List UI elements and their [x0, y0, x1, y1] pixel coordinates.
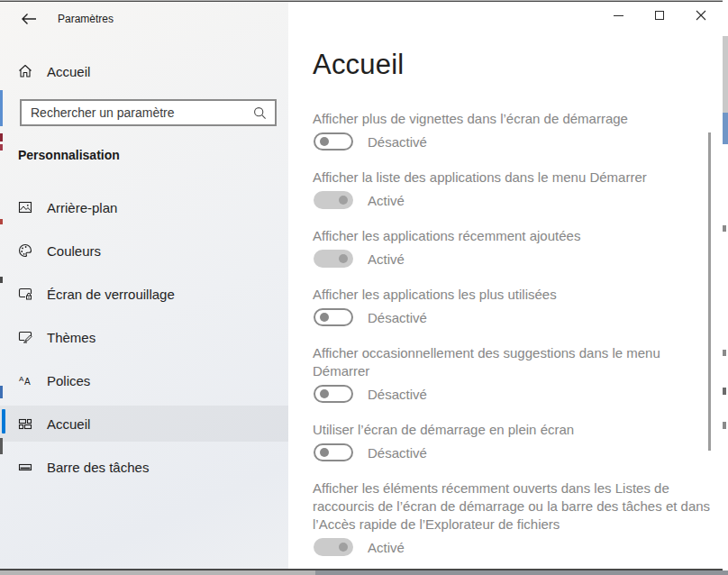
settings-window: Paramètres Accueil Personnalisation Arri… — [0, 1, 723, 570]
background-window-titlebar-fragment — [723, 113, 728, 144]
themes-icon — [18, 330, 32, 344]
maximize-button[interactable] — [639, 2, 680, 29]
toggle-state-label: Activé — [368, 540, 405, 555]
sidebar: Paramètres Accueil Personnalisation Arri… — [0, 2, 288, 569]
toggle-state-label: Désactivé — [368, 310, 427, 325]
toggle-knob — [320, 389, 329, 398]
toggle-switch[interactable] — [314, 385, 353, 403]
sidebar-item-themes[interactable]: Thèmes — [0, 319, 288, 355]
window-controls — [597, 2, 722, 29]
setting-label: Afficher les éléments récemment ouverts … — [313, 479, 720, 534]
setting-fullscreen-start: Utiliser l’écran de démarrage en plein é… — [313, 421, 723, 461]
fonts-icon: AA — [18, 373, 32, 388]
sidebar-item-label: Arrière-plan — [47, 200, 117, 215]
toggle-knob — [320, 313, 329, 322]
sidebar-item-label: Accueil — [47, 416, 90, 432]
setting-show-recent-jumplists: Afficher les éléments récemment ouverts … — [313, 479, 723, 556]
setting-label: Afficher la liste des applications dans … — [313, 169, 720, 187]
main-content: Accueil Afficher plus de vignettes dans … — [288, 2, 723, 569]
toggle-knob — [339, 196, 348, 205]
sidebar-item-lock-screen[interactable]: Écran de verrouillage — [0, 276, 288, 312]
svg-text:A: A — [24, 377, 31, 387]
sidebar-section-header: Personnalisation — [18, 148, 120, 162]
sidebar-item-taskbar[interactable]: Barre des tâches — [0, 449, 288, 485]
setting-label: Afficher les applications les plus utili… — [313, 286, 720, 304]
close-icon — [696, 10, 706, 21]
taskbar-icon — [18, 460, 32, 474]
sidebar-item-colors[interactable]: Couleurs — [0, 233, 288, 269]
toggle-state-label: Activé — [368, 193, 405, 208]
maximize-icon — [655, 11, 664, 20]
setting-label: Utiliser l’écran de démarrage en plein é… — [313, 421, 720, 439]
toggle-switch[interactable] — [314, 443, 353, 461]
sidebar-item-label: Barre des tâches — [47, 460, 149, 475]
toggle-state-label: Activé — [368, 251, 405, 267]
settings-list: Afficher plus de vignettes dans l’écran … — [313, 110, 723, 575]
back-button[interactable] — [14, 7, 43, 31]
close-button[interactable] — [680, 2, 722, 29]
lock-screen-icon — [18, 287, 32, 301]
toggle-state-label: Désactivé — [368, 445, 427, 461]
background-window-sliver-right — [723, 0, 728, 575]
sidebar-item-fonts[interactable]: AA Polices — [0, 362, 288, 398]
search-input[interactable] — [22, 101, 253, 124]
toggle-switch[interactable] — [314, 538, 353, 556]
toggle-knob — [339, 543, 348, 552]
toggle-switch[interactable] — [314, 132, 353, 151]
sidebar-item-home[interactable]: Accueil — [0, 56, 288, 87]
minimize-icon — [614, 15, 623, 16]
toggle-switch[interactable] — [314, 308, 353, 326]
sidebar-item-label: Écran de verrouillage — [47, 287, 175, 302]
sidebar-item-label: Thèmes — [47, 330, 96, 345]
colors-icon — [18, 243, 32, 258]
toggle-state-label: Désactivé — [368, 134, 427, 150]
toggle-knob — [320, 448, 329, 457]
app-title: Paramètres — [58, 13, 114, 25]
toggle-knob — [320, 137, 329, 146]
minimize-button[interactable] — [597, 2, 639, 29]
sidebar-item-label: Polices — [47, 373, 90, 388]
sidebar-item-background[interactable]: Arrière-plan — [0, 189, 288, 225]
search-box — [20, 99, 277, 126]
setting-show-suggestions: Afficher occasionnellement des suggestio… — [313, 344, 723, 403]
search-icon[interactable] — [253, 106, 267, 120]
setting-label: Afficher occasionnellement des suggestio… — [313, 344, 720, 380]
sidebar-item-label: Couleurs — [47, 243, 101, 259]
start-icon — [18, 416, 32, 431]
home-icon — [18, 64, 32, 78]
setting-label: Afficher les applications récemment ajou… — [313, 227, 720, 245]
toggle-switch[interactable] — [314, 250, 353, 268]
sidebar-item-start[interactable]: Accueil — [0, 406, 288, 442]
background-icon — [18, 200, 32, 214]
setting-show-most-used: Afficher les applications les plus utili… — [313, 286, 723, 326]
selected-accent-bar — [2, 409, 5, 434]
setting-label: Afficher plus de vignettes dans l’écran … — [313, 110, 720, 128]
toggle-switch[interactable] — [314, 191, 353, 209]
setting-show-app-list: Afficher la liste des applications dans … — [313, 169, 723, 209]
back-arrow-icon — [21, 13, 37, 25]
sidebar-home-label: Accueil — [47, 64, 90, 79]
toggle-state-label: Désactivé — [368, 387, 427, 402]
scrollbar-thumb[interactable] — [708, 132, 711, 451]
toggle-knob — [339, 254, 348, 263]
page-title: Accueil — [313, 49, 404, 81]
setting-show-recently-added: Afficher les applications récemment ajou… — [313, 227, 723, 268]
setting-show-more-tiles: Afficher plus de vignettes dans l’écran … — [313, 110, 723, 151]
